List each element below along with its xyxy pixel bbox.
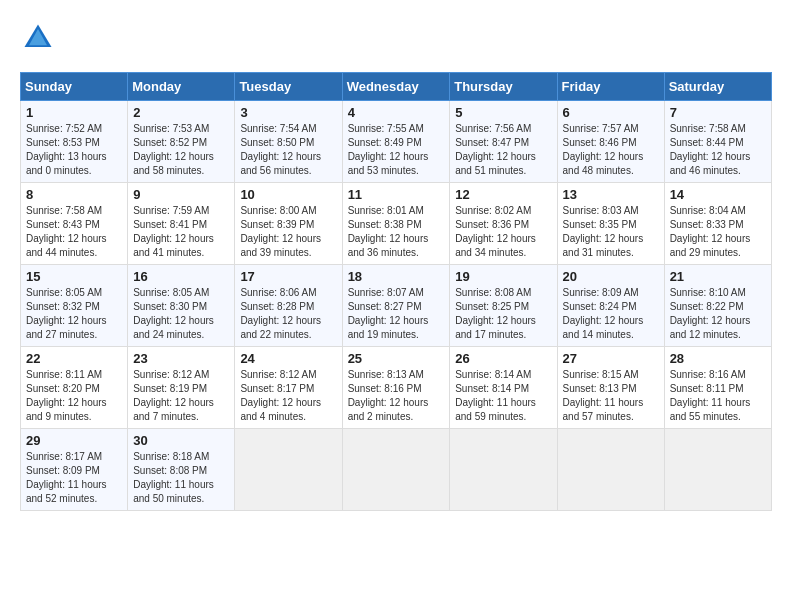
day-cell: 27 Sunrise: 8:15 AM Sunset: 8:13 PM Dayl… (557, 347, 664, 429)
header-monday: Monday (128, 73, 235, 101)
day-info: Sunrise: 8:03 AM Sunset: 8:35 PM Dayligh… (563, 204, 659, 260)
day-number: 26 (455, 351, 551, 366)
day-info: Sunrise: 8:08 AM Sunset: 8:25 PM Dayligh… (455, 286, 551, 342)
day-cell: 9 Sunrise: 7:59 AM Sunset: 8:41 PM Dayli… (128, 183, 235, 265)
day-cell (664, 429, 771, 511)
day-number: 7 (670, 105, 766, 120)
header-tuesday: Tuesday (235, 73, 342, 101)
day-cell: 5 Sunrise: 7:56 AM Sunset: 8:47 PM Dayli… (450, 101, 557, 183)
header-sunday: Sunday (21, 73, 128, 101)
day-cell: 2 Sunrise: 7:53 AM Sunset: 8:52 PM Dayli… (128, 101, 235, 183)
header-friday: Friday (557, 73, 664, 101)
day-number: 14 (670, 187, 766, 202)
week-row-3: 15 Sunrise: 8:05 AM Sunset: 8:32 PM Dayl… (21, 265, 772, 347)
day-cell: 18 Sunrise: 8:07 AM Sunset: 8:27 PM Dayl… (342, 265, 450, 347)
header-row: SundayMondayTuesdayWednesdayThursdayFrid… (21, 73, 772, 101)
day-number: 17 (240, 269, 336, 284)
day-info: Sunrise: 8:09 AM Sunset: 8:24 PM Dayligh… (563, 286, 659, 342)
day-info: Sunrise: 8:02 AM Sunset: 8:36 PM Dayligh… (455, 204, 551, 260)
day-number: 9 (133, 187, 229, 202)
day-info: Sunrise: 8:06 AM Sunset: 8:28 PM Dayligh… (240, 286, 336, 342)
day-number: 8 (26, 187, 122, 202)
calendar-table: SundayMondayTuesdayWednesdayThursdayFrid… (20, 72, 772, 511)
day-cell (235, 429, 342, 511)
day-cell: 7 Sunrise: 7:58 AM Sunset: 8:44 PM Dayli… (664, 101, 771, 183)
day-number: 3 (240, 105, 336, 120)
day-number: 11 (348, 187, 445, 202)
day-info: Sunrise: 8:07 AM Sunset: 8:27 PM Dayligh… (348, 286, 445, 342)
week-row-4: 22 Sunrise: 8:11 AM Sunset: 8:20 PM Dayl… (21, 347, 772, 429)
day-number: 16 (133, 269, 229, 284)
day-number: 30 (133, 433, 229, 448)
day-cell: 28 Sunrise: 8:16 AM Sunset: 8:11 PM Dayl… (664, 347, 771, 429)
day-number: 4 (348, 105, 445, 120)
day-info: Sunrise: 8:15 AM Sunset: 8:13 PM Dayligh… (563, 368, 659, 424)
day-info: Sunrise: 7:58 AM Sunset: 8:44 PM Dayligh… (670, 122, 766, 178)
day-cell: 13 Sunrise: 8:03 AM Sunset: 8:35 PM Dayl… (557, 183, 664, 265)
day-number: 12 (455, 187, 551, 202)
day-cell: 25 Sunrise: 8:13 AM Sunset: 8:16 PM Dayl… (342, 347, 450, 429)
day-info: Sunrise: 8:01 AM Sunset: 8:38 PM Dayligh… (348, 204, 445, 260)
week-row-1: 1 Sunrise: 7:52 AM Sunset: 8:53 PM Dayli… (21, 101, 772, 183)
header-saturday: Saturday (664, 73, 771, 101)
day-info: Sunrise: 7:53 AM Sunset: 8:52 PM Dayligh… (133, 122, 229, 178)
day-info: Sunrise: 7:55 AM Sunset: 8:49 PM Dayligh… (348, 122, 445, 178)
day-info: Sunrise: 8:18 AM Sunset: 8:08 PM Dayligh… (133, 450, 229, 506)
day-number: 6 (563, 105, 659, 120)
day-info: Sunrise: 7:56 AM Sunset: 8:47 PM Dayligh… (455, 122, 551, 178)
logo (20, 20, 62, 56)
day-cell: 10 Sunrise: 8:00 AM Sunset: 8:39 PM Dayl… (235, 183, 342, 265)
day-cell: 15 Sunrise: 8:05 AM Sunset: 8:32 PM Dayl… (21, 265, 128, 347)
logo-icon (20, 20, 56, 56)
day-cell: 14 Sunrise: 8:04 AM Sunset: 8:33 PM Dayl… (664, 183, 771, 265)
day-number: 23 (133, 351, 229, 366)
day-number: 5 (455, 105, 551, 120)
day-cell (557, 429, 664, 511)
day-number: 21 (670, 269, 766, 284)
day-cell: 30 Sunrise: 8:18 AM Sunset: 8:08 PM Dayl… (128, 429, 235, 511)
day-cell: 23 Sunrise: 8:12 AM Sunset: 8:19 PM Dayl… (128, 347, 235, 429)
day-number: 29 (26, 433, 122, 448)
calendar-header: SundayMondayTuesdayWednesdayThursdayFrid… (21, 73, 772, 101)
day-cell: 20 Sunrise: 8:09 AM Sunset: 8:24 PM Dayl… (557, 265, 664, 347)
day-info: Sunrise: 8:11 AM Sunset: 8:20 PM Dayligh… (26, 368, 122, 424)
day-number: 2 (133, 105, 229, 120)
day-cell: 4 Sunrise: 7:55 AM Sunset: 8:49 PM Dayli… (342, 101, 450, 183)
day-info: Sunrise: 7:54 AM Sunset: 8:50 PM Dayligh… (240, 122, 336, 178)
day-cell: 26 Sunrise: 8:14 AM Sunset: 8:14 PM Dayl… (450, 347, 557, 429)
day-cell: 3 Sunrise: 7:54 AM Sunset: 8:50 PM Dayli… (235, 101, 342, 183)
day-number: 25 (348, 351, 445, 366)
day-number: 10 (240, 187, 336, 202)
day-info: Sunrise: 8:04 AM Sunset: 8:33 PM Dayligh… (670, 204, 766, 260)
day-info: Sunrise: 8:16 AM Sunset: 8:11 PM Dayligh… (670, 368, 766, 424)
day-number: 22 (26, 351, 122, 366)
week-row-2: 8 Sunrise: 7:58 AM Sunset: 8:43 PM Dayli… (21, 183, 772, 265)
day-cell (342, 429, 450, 511)
day-cell: 24 Sunrise: 8:12 AM Sunset: 8:17 PM Dayl… (235, 347, 342, 429)
week-row-5: 29 Sunrise: 8:17 AM Sunset: 8:09 PM Dayl… (21, 429, 772, 511)
day-info: Sunrise: 7:57 AM Sunset: 8:46 PM Dayligh… (563, 122, 659, 178)
day-number: 27 (563, 351, 659, 366)
day-cell: 17 Sunrise: 8:06 AM Sunset: 8:28 PM Dayl… (235, 265, 342, 347)
day-info: Sunrise: 8:12 AM Sunset: 8:19 PM Dayligh… (133, 368, 229, 424)
page-header (20, 20, 772, 56)
day-cell (450, 429, 557, 511)
day-number: 15 (26, 269, 122, 284)
day-number: 20 (563, 269, 659, 284)
day-cell: 19 Sunrise: 8:08 AM Sunset: 8:25 PM Dayl… (450, 265, 557, 347)
day-info: Sunrise: 8:05 AM Sunset: 8:30 PM Dayligh… (133, 286, 229, 342)
day-cell: 6 Sunrise: 7:57 AM Sunset: 8:46 PM Dayli… (557, 101, 664, 183)
header-wednesday: Wednesday (342, 73, 450, 101)
day-cell: 11 Sunrise: 8:01 AM Sunset: 8:38 PM Dayl… (342, 183, 450, 265)
day-info: Sunrise: 7:52 AM Sunset: 8:53 PM Dayligh… (26, 122, 122, 178)
day-number: 28 (670, 351, 766, 366)
day-info: Sunrise: 8:17 AM Sunset: 8:09 PM Dayligh… (26, 450, 122, 506)
day-number: 18 (348, 269, 445, 284)
day-info: Sunrise: 8:05 AM Sunset: 8:32 PM Dayligh… (26, 286, 122, 342)
day-info: Sunrise: 8:00 AM Sunset: 8:39 PM Dayligh… (240, 204, 336, 260)
day-info: Sunrise: 8:13 AM Sunset: 8:16 PM Dayligh… (348, 368, 445, 424)
day-cell: 12 Sunrise: 8:02 AM Sunset: 8:36 PM Dayl… (450, 183, 557, 265)
day-info: Sunrise: 7:58 AM Sunset: 8:43 PM Dayligh… (26, 204, 122, 260)
day-cell: 29 Sunrise: 8:17 AM Sunset: 8:09 PM Dayl… (21, 429, 128, 511)
day-number: 13 (563, 187, 659, 202)
